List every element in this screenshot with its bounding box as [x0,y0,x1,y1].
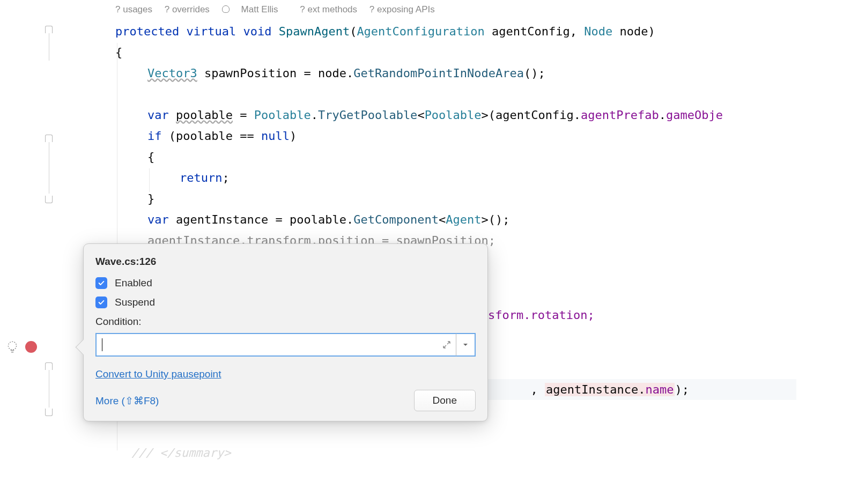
fold-bar [49,370,49,407]
popup-footer: More (⇧⌘F8) Done [95,390,476,411]
more-link[interactable]: More (⇧⌘F8) [95,395,159,407]
svg-point-0 [8,342,16,350]
fold-marker-icon[interactable] [45,409,53,416]
code-line: var poolable = Poolable.TryGetPoolable<P… [147,105,723,125]
enabled-label: Enabled [115,277,152,289]
hint-overrides[interactable]: ? overrides [165,4,210,14]
enabled-checkbox-row[interactable]: Enabled [95,277,476,289]
condition-input-wrap [95,333,456,357]
hint-usages[interactable]: ? usages [115,4,152,14]
hint-ext-methods[interactable]: ? ext methods [300,4,357,14]
popup-title: Wave.cs:126 [95,256,476,268]
breakpoint-popup: Wave.cs:126 Enabled Suspend Condition: [83,243,488,421]
code-line-current: , agentInstance.name); [488,337,689,421]
code-line: protected virtual void SpawnAgent(AgentC… [115,21,655,42]
fold-marker-icon[interactable] [45,196,53,203]
chevron-down-icon [462,342,469,348]
code-line: Vector3 spawnPosition = node.GetRandomPo… [147,63,545,84]
code-line: return; [180,167,230,188]
fold-marker-icon[interactable] [45,26,53,33]
gutter [0,0,88,504]
expand-icon[interactable] [442,340,451,349]
fold-bar [49,32,49,61]
code-line: sform.rotation; [488,305,595,325]
convert-pausepoint-link[interactable]: Convert to Unity pausepoint [95,368,221,380]
code-line: { [147,146,154,167]
code-lens-hints: ? usages ? overrides Matt Ellis ? ext me… [115,4,445,15]
condition-input[interactable] [95,333,456,357]
condition-row [95,333,476,357]
breakpoint-icon[interactable] [25,341,37,353]
hint-author[interactable]: Matt Ellis [222,4,288,14]
fold-marker-icon[interactable] [45,135,53,142]
code-line: { [115,42,122,63]
check-icon [98,279,105,287]
suspend-label: Suspend [115,297,155,308]
code-line: var agentInstance = poolable.GetComponen… [147,209,510,230]
code-line: } [147,188,154,209]
code-line: if (poolable == null) [147,125,297,146]
condition-history-dropdown[interactable] [456,333,476,357]
editor-area: ? usages ? overrides Matt Ellis ? ext me… [0,0,858,504]
person-icon [222,4,232,14]
check-icon [98,299,105,306]
code-line: /// </summary> [131,442,231,463]
suspend-checkbox-row[interactable]: Suspend [95,297,476,308]
done-button[interactable]: Done [414,390,476,411]
enabled-checkbox[interactable] [95,277,107,289]
text-caret [102,338,102,351]
fold-bar [49,142,49,194]
suspend-checkbox[interactable] [95,297,107,308]
hint-exposing-apis[interactable]: ? exposing APIs [369,4,435,14]
intention-bulb-icon[interactable] [5,340,19,354]
fold-marker-icon[interactable] [45,362,53,370]
condition-label: Condition: [95,316,476,328]
